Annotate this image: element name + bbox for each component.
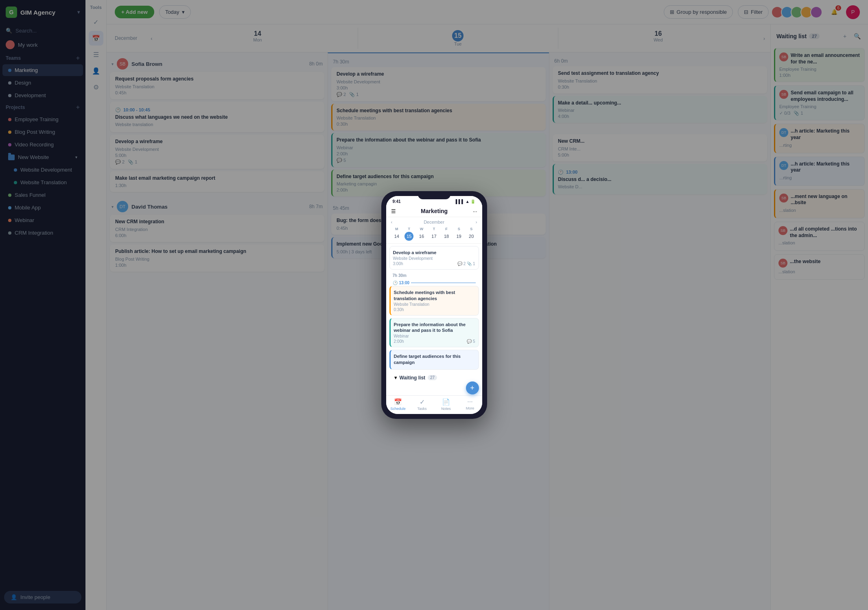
mobile-hamburger-icon[interactable]: ☰ xyxy=(391,208,396,214)
mobile-nav-notes[interactable]: 📄 Notes xyxy=(434,398,458,411)
chevron-icon[interactable]: ▾ xyxy=(112,62,114,66)
mobile-nav-more[interactable]: ··· More xyxy=(458,398,482,411)
add-project-button[interactable]: + xyxy=(76,104,80,111)
project-label: Sales Funnel xyxy=(15,192,46,198)
tool-list[interactable]: ☰ xyxy=(89,47,103,62)
person-hours: 5h 45m xyxy=(333,205,349,211)
sidebar-item-webinar[interactable]: Webinar xyxy=(2,214,83,226)
sidebar-item-blog-post[interactable]: Blog Post Writing xyxy=(2,126,83,138)
user-avatars-group[interactable] xyxy=(774,6,822,18)
task-card[interactable]: Publish article: How to set up email mar… xyxy=(110,244,324,272)
mini-day-17[interactable]: 17 xyxy=(429,232,438,241)
task-card[interactable]: New CRM integration CRM Integration 6:00… xyxy=(110,215,324,242)
attachment-icon: 📎 1 xyxy=(794,111,803,116)
add-waiting-button[interactable]: + xyxy=(840,31,850,41)
mini-day-19[interactable]: 19 xyxy=(455,232,464,241)
next-day-button[interactable]: › xyxy=(758,32,770,44)
sidebar-item-mobile-app[interactable]: Mobile App xyxy=(2,202,83,214)
mobile-nav-tasks[interactable]: ✓ Tasks xyxy=(410,398,434,411)
search-waiting-button[interactable]: 🔍 xyxy=(852,31,862,41)
tool-check[interactable]: ✓ xyxy=(89,15,103,29)
mini-day-18[interactable]: 18 xyxy=(442,232,451,241)
clock-icon: 🕐 xyxy=(115,107,121,113)
task-card[interactable]: Prepare the information about the webina… xyxy=(331,133,546,167)
profile-avatar[interactable]: P xyxy=(846,5,860,19)
person-header-sofia-mon: ▾ SB Sofia Brown 8h 0m xyxy=(110,56,324,72)
mobile-task-card[interactable]: Schedule meetings with best translation … xyxy=(389,286,479,316)
add-new-button[interactable]: + Add new xyxy=(115,6,154,18)
sidebar-item-video-recording[interactable]: Video Recording xyxy=(2,139,83,150)
mini-day-15[interactable]: 15 xyxy=(404,232,413,241)
sidebar-item-crm[interactable]: CRM Integration xyxy=(2,227,83,239)
mobile-more-icon[interactable]: ··· xyxy=(473,208,477,214)
waiting-card-avatar: SB xyxy=(779,194,788,203)
task-card[interactable]: New CRM... CRM Inte... 5:00h xyxy=(553,134,767,161)
sidebar-item-marketing[interactable]: Marketing xyxy=(2,64,83,76)
task-time: 3:00h xyxy=(337,85,542,90)
waiting-card[interactable]: SB ...d all completed ...tions into the … xyxy=(774,222,865,251)
task-card[interactable]: Develop a wireframe Website Development … xyxy=(331,67,546,101)
task-card[interactable]: Schedule meetings with best translation … xyxy=(331,104,546,131)
mobile-task-card[interactable]: Develop a wireframe Website Development … xyxy=(389,246,479,270)
mobile-collapse-icon[interactable]: ▾ xyxy=(394,375,397,381)
sidebar-item-design[interactable]: Design xyxy=(2,77,83,89)
task-card[interactable]: 🕐 10:00 - 10:45 Discuss what languages w… xyxy=(110,102,324,133)
person-group-sofia-wed: 6h 0m Send test assignment to translatio… xyxy=(553,56,767,123)
project-label: Video Recording xyxy=(15,142,54,148)
mobile-next-month[interactable]: › xyxy=(476,220,477,224)
tool-calendar[interactable]: 📅 xyxy=(89,31,103,46)
task-card[interactable]: Develop a wireframe Website Development … xyxy=(110,135,324,169)
task-card[interactable]: 🕐 13:00 Discuss d... a decisio... Websit… xyxy=(553,164,767,195)
waiting-card[interactable]: SB ...ment new language on ...bsite ...s… xyxy=(774,189,865,218)
group-by-button[interactable]: ⊞ Group by responsible xyxy=(664,5,733,19)
clock-icon: 🕐 xyxy=(558,170,564,175)
add-team-button[interactable]: + xyxy=(76,55,80,61)
mobile-task-card[interactable]: Prepare the information about the webina… xyxy=(389,318,479,348)
notifications-button[interactable]: 🔔 6 xyxy=(827,5,841,19)
task-meta: 💬 2 📎 1 xyxy=(115,159,320,165)
person-group-sofia-tue: 7h 30m Develop a wireframe Website Devel… xyxy=(331,57,546,196)
tool-user[interactable]: 👤 xyxy=(89,63,103,78)
filter-button[interactable]: ⊟ Filter xyxy=(738,5,769,19)
sidebar-item-employee-training[interactable]: Employee Training xyxy=(2,113,83,125)
task-title: Define target audiences for this campaig… xyxy=(337,174,542,180)
sidebar-item-website-dev[interactable]: Website Development xyxy=(2,164,83,176)
my-work-item[interactable]: My work xyxy=(0,37,85,52)
waiting-card[interactable]: SB ...the website ...slation xyxy=(774,254,865,280)
task-card[interactable]: Make a detail... upcoming... Webinar 4:0… xyxy=(553,96,767,123)
sidebar-logo[interactable]: G GIM Agency ▾ xyxy=(0,0,85,24)
invite-people-button[interactable]: 👤 Invite people xyxy=(4,591,81,603)
chevron-icon[interactable]: ▾ xyxy=(112,205,114,209)
task-card[interactable]: Make last email marketing campaign repor… xyxy=(110,171,324,192)
mobile-time: 9:41 xyxy=(393,199,401,204)
mobile-prev-month[interactable]: ‹ xyxy=(391,220,393,224)
filter-label: Filter xyxy=(751,9,763,15)
project-dot xyxy=(14,168,17,172)
sidebar-item-website-translation[interactable]: Website Translation xyxy=(2,176,83,188)
waiting-card[interactable]: DT ...h article: Marketing this year ...… xyxy=(774,124,865,153)
mobile-fab-button[interactable]: + xyxy=(466,381,479,394)
mobile-nav-schedule[interactable]: 📅 Schedule xyxy=(386,398,410,411)
tool-settings[interactable]: ⚙ xyxy=(89,80,103,94)
task-card[interactable]: Request proposals form agencies Website … xyxy=(110,72,324,99)
sidebar-item-development[interactable]: Development xyxy=(2,89,83,101)
mini-day-16[interactable]: 16 xyxy=(417,232,426,241)
team-marketing-label: Marketing xyxy=(15,67,38,73)
waiting-card-avatar: DT xyxy=(779,128,788,137)
notes-icon: 📄 xyxy=(442,398,450,406)
mobile-task-card[interactable]: Define target audiences for this campaig… xyxy=(389,350,479,370)
today-button[interactable]: Today ▾ xyxy=(159,5,191,19)
waiting-card[interactable]: SB Send email campaign to all employees … xyxy=(774,85,865,120)
waiting-card[interactable]: SB Write an email announcement for the n… xyxy=(774,48,865,82)
sidebar-item-sales-funnel[interactable]: Sales Funnel xyxy=(2,189,83,201)
mini-day-14[interactable]: 14 xyxy=(392,232,401,241)
task-card[interactable]: Send test assignment to translation agen… xyxy=(553,66,767,94)
search-bar[interactable]: 🔍 Search... xyxy=(0,24,85,37)
mobile-waiting-header: ▾ Waiting list 27 xyxy=(389,372,479,382)
project-dot xyxy=(14,181,17,184)
waiting-card[interactable]: DT ...h article: Marketing this year ...… xyxy=(774,157,865,186)
mini-day-20[interactable]: 20 xyxy=(467,232,476,241)
day-name-15: Tue xyxy=(361,41,555,46)
sidebar-item-new-website[interactable]: New Website ▾ xyxy=(2,151,83,163)
prev-day-button[interactable]: ‹ xyxy=(145,32,157,44)
